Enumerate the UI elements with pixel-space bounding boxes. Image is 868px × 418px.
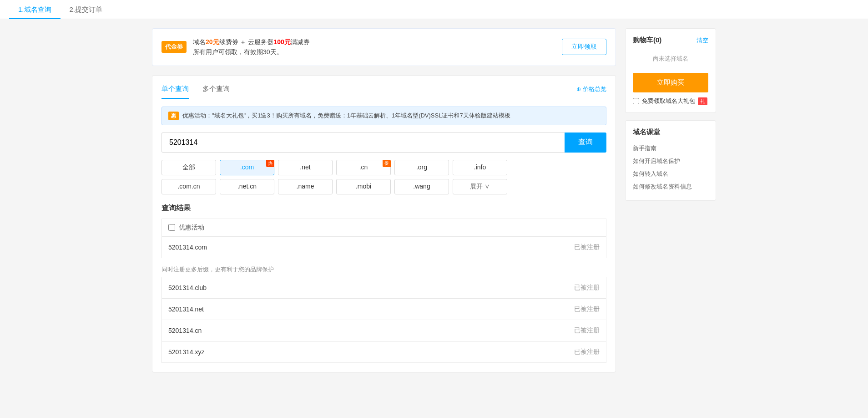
ext-btn-org[interactable]: .org: [394, 160, 449, 175]
classroom-link-modify[interactable]: 如何修改域名资料信息: [633, 180, 708, 193]
query-tabs-row: 单个查询 多个查询 ⊕ 价格总览: [161, 85, 606, 99]
classroom-link-transfer[interactable]: 如何转入域名: [633, 168, 708, 180]
domain-status-club: 已被注册: [574, 284, 600, 292]
promo-bar: 惠 优惠活动："域名大礼包"，买1送3！购买所有域名，免费赠送：1年基础云解析、…: [161, 107, 606, 125]
domain-status-xyz: 已被注册: [574, 348, 600, 356]
domain-name-net: 5201314.net: [168, 306, 204, 313]
result-row-club: 5201314.club 已被注册: [161, 277, 606, 299]
ext-label-mobi: .mobi: [356, 183, 371, 190]
left-content: 代金券 域名20元续费券 ＋ 云服务器100元满减券 所有用户可领取，有效期30…: [152, 28, 616, 372]
ext-btn-info[interactable]: .info: [453, 160, 507, 175]
free-gift-checkbox[interactable]: [633, 98, 639, 104]
tab-submit-order[interactable]: 2.提交订单: [61, 0, 112, 19]
search-button[interactable]: 查询: [565, 133, 606, 153]
result-row-net: 5201314.net 已被注册: [161, 299, 606, 320]
domain-name-cn: 5201314.cn: [168, 327, 202, 334]
results-title: 查询结果: [161, 204, 606, 213]
expand-extensions-btn[interactable]: 展开 ∨: [453, 179, 507, 194]
classroom-title: 域名课堂: [633, 128, 708, 137]
gift-icon: 礼: [698, 97, 707, 105]
ext-btn-net[interactable]: .net: [278, 160, 333, 175]
banner-highlight-red: 100元: [273, 38, 290, 46]
domain-name-club: 5201314.club: [168, 284, 207, 291]
ext-label-net: .net: [300, 163, 310, 171]
banner-left: 代金券 域名20元续费券 ＋ 云服务器100元满减券 所有用户可领取，有效期30…: [161, 37, 310, 57]
domain-status-com: 已被注册: [574, 243, 600, 251]
domain-status-cn: 已被注册: [574, 326, 600, 335]
results-section: 查询结果 优惠活动 5201314.com 已被注册 同时注册更多后缀，更有利于…: [161, 204, 606, 363]
ext-label-comcn: .com.cn: [177, 183, 200, 190]
classroom-panel: 域名课堂 新手指南 如何开启域名保护 如何转入域名 如何修改域名资料信息: [625, 120, 716, 201]
extension-row-1: 全部 .com 热 .net .cn 促 .org .info: [161, 160, 606, 175]
domain-status-net: 已被注册: [574, 305, 600, 313]
hot-badge: 热: [266, 160, 274, 167]
search-row: 查询: [161, 133, 606, 153]
banner-claim-btn[interactable]: 立即领取: [562, 39, 606, 55]
ext-btn-comcn[interactable]: .com.cn: [161, 179, 216, 194]
top-navigation: 1.域名查询 2.提交订单: [0, 0, 868, 19]
promo-checkbox-text: 优惠活动: [179, 224, 204, 232]
banner-line2: 所有用户可领取，有效期30天。: [193, 47, 310, 57]
promo-checkbox[interactable]: [168, 224, 175, 231]
ext-label-netcn: .net.cn: [237, 183, 257, 190]
free-gift-row: 免费领取域名大礼包 礼: [633, 97, 708, 105]
ext-label-com: .com: [240, 163, 254, 171]
ext-btn-all[interactable]: 全部: [161, 160, 216, 175]
banner-line1: 域名20元续费券 ＋ 云服务器100元满减券: [193, 37, 310, 47]
buy-now-button[interactable]: 立即购买: [633, 73, 708, 92]
promo-badge: 促: [383, 160, 391, 167]
cart-header: 购物车(0) 清空: [633, 36, 708, 45]
cart-empty-msg: 尚未选择域名: [633, 50, 708, 67]
ext-label-cn: .cn: [359, 163, 368, 171]
classroom-link-protection[interactable]: 如何开启域名保护: [633, 155, 708, 168]
result-row-com: 5201314.com 已被注册: [161, 237, 606, 258]
ext-label-all: 全部: [182, 163, 195, 171]
ext-label-name: .name: [297, 183, 314, 190]
query-panel: 单个查询 多个查询 ⊕ 价格总览 惠 优惠活动："域名大礼包"，买1送3！购买所…: [152, 75, 616, 372]
promo-icon: 惠: [168, 112, 179, 120]
promo-checkbox-label[interactable]: 优惠活动: [168, 224, 204, 232]
promo-text: 优惠活动："域名大礼包"，买1送3！购买所有域名，免费赠送：1年基础云解析、1年…: [182, 112, 510, 120]
banner-highlight-orange: 20元: [206, 38, 219, 46]
domain-name-com: 5201314.com: [168, 244, 207, 251]
promo-banner: 代金券 域名20元续费券 ＋ 云服务器100元满减券 所有用户可领取，有效期30…: [152, 28, 616, 66]
cart-title: 购物车(0): [633, 36, 661, 45]
ext-btn-wang[interactable]: .wang: [394, 179, 449, 194]
brand-protection-separator: 同时注册更多后缀，更有利于您的品牌保护: [161, 258, 606, 277]
banner-text: 域名20元续费券 ＋ 云服务器100元满减券 所有用户可领取，有效期30天。: [193, 37, 310, 57]
ext-btn-name[interactable]: .name: [278, 179, 333, 194]
right-sidebar: 购物车(0) 清空 尚未选择域名 立即购买 免费领取域名大礼包 礼 域名课堂 新…: [625, 28, 716, 372]
domain-search-input[interactable]: [161, 133, 565, 153]
tab-domain-query[interactable]: 1.域名查询: [9, 0, 61, 19]
extension-row-2: .com.cn .net.cn .name .mobi .wang 展开 ∨: [161, 179, 606, 194]
banner-tag: 代金券: [161, 41, 187, 53]
tab-multi-query[interactable]: 多个查询: [202, 85, 230, 99]
ext-label-org: .org: [416, 163, 427, 171]
cart-panel: 购物车(0) 清空 尚未选择域名 立即购买 免费领取域名大礼包 礼: [625, 28, 716, 113]
result-row-cn: 5201314.cn 已被注册: [161, 320, 606, 342]
results-header-row: 优惠活动: [161, 219, 606, 237]
main-wrapper: 代金券 域名20元续费券 ＋ 云服务器100元满减券 所有用户可领取，有效期30…: [143, 19, 725, 382]
ext-btn-cn[interactable]: .cn 促: [336, 160, 391, 175]
price-overview-link[interactable]: ⊕ 价格总览: [576, 85, 606, 98]
ext-label-info: .info: [474, 163, 486, 171]
cart-clear-btn[interactable]: 清空: [696, 36, 708, 45]
classroom-link-beginner[interactable]: 新手指南: [633, 142, 708, 155]
ext-btn-netcn[interactable]: .net.cn: [220, 179, 274, 194]
tab-single-query[interactable]: 单个查询: [161, 85, 189, 99]
ext-btn-mobi[interactable]: .mobi: [336, 179, 391, 194]
query-tabs-left: 单个查询 多个查询: [161, 85, 230, 99]
ext-label-wang: .wang: [413, 183, 430, 190]
domain-name-xyz: 5201314.xyz: [168, 348, 204, 356]
result-row-xyz: 5201314.xyz 已被注册: [161, 342, 606, 363]
ext-btn-com[interactable]: .com 热: [220, 160, 274, 175]
free-gift-label: 免费领取域名大礼包: [642, 97, 695, 105]
